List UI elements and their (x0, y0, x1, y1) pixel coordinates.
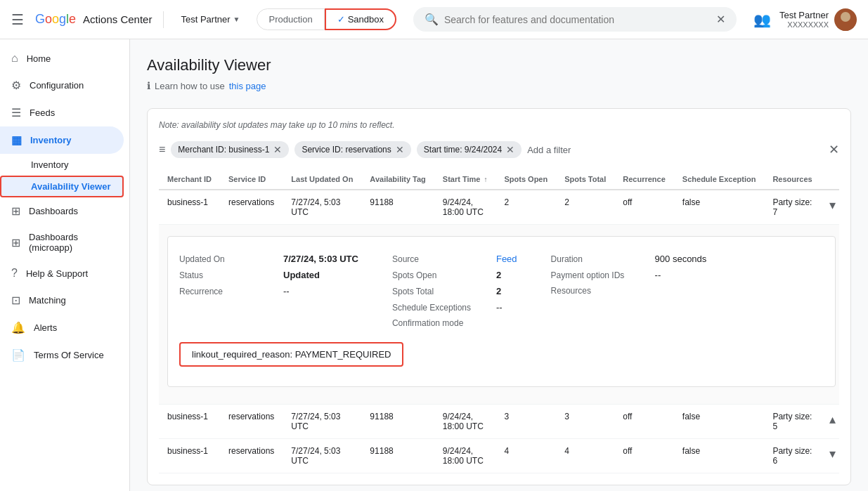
sidebar-item-inventory-sub[interactable]: Inventory (0, 154, 124, 176)
cell-availability-tag: 91188 (361, 405, 434, 439)
cell-start-time: 9/24/24, 18:00 UTC (434, 190, 496, 225)
col-header-merchant-id: Merchant ID (159, 169, 220, 190)
cell-merchant-id: business-1 (159, 190, 220, 225)
cell-spots-total: 4 (556, 439, 614, 473)
source-value[interactable]: Feed (496, 254, 517, 264)
environment-buttons: Production ✓ Sandbox (257, 8, 396, 30)
sidebar-label-availability-viewer: Availability Viewer (31, 181, 110, 192)
cell-schedule-exception: false (674, 405, 765, 439)
filter-chip-service: Service ID: reservations ✕ (294, 141, 410, 158)
sort-arrow-icon: ↑ (484, 176, 487, 183)
sandbox-label: Sandbox (348, 14, 384, 25)
page-subtitle: ℹ Learn how to use this page (147, 80, 851, 91)
recurrence-value: -- (283, 286, 290, 296)
sidebar-label-help: Help & Support (26, 268, 88, 279)
add-filter-button[interactable]: Add a filter (527, 145, 571, 155)
schedule-exceptions-value: -- (496, 302, 503, 313)
filter-icon[interactable]: ≡ (159, 143, 165, 156)
table-header-row: Merchant ID Service ID Last Updated On A… (159, 169, 839, 190)
app-name: Actions Center (83, 13, 152, 25)
sidebar-label-inventory: Inventory (30, 135, 72, 145)
chevron-down-icon: ▼ (233, 15, 240, 23)
col-header-resources: Resources (764, 169, 820, 190)
alerts-icon: 🔔 (11, 321, 25, 334)
filter-chip-starttime-label: Start time: 9/24/2024 (424, 145, 502, 155)
svg-point-1 (837, 22, 854, 31)
search-icon: 🔍 (425, 13, 439, 26)
cell-resources: Party size: 7 (764, 190, 820, 225)
page-title: Availability Viewer (147, 56, 851, 74)
sidebar-item-feeds[interactable]: ☰ Feeds (0, 99, 124, 126)
detail-duration: Duration 900 seconds (551, 254, 707, 264)
spots-open-label: Spots Open (392, 270, 491, 280)
user-name: Test Partner XXXXXXXX (779, 10, 829, 29)
production-button[interactable]: Production (257, 8, 324, 30)
detail-status: Status Updated (179, 270, 358, 280)
people-icon[interactable]: 👥 (753, 11, 771, 28)
duration-label: Duration (551, 254, 649, 264)
table-row: business-1 reservations 7/27/24, 5:03 UT… (159, 439, 839, 473)
partner-selector[interactable]: Test Partner ▼ (175, 11, 245, 27)
tag-box: linkout_required_reason: PAYMENT_REQUIRE… (179, 342, 403, 367)
expanded-detail-content: Updated On 7/27/24, 5:03 UTC Status Upda… (167, 236, 836, 387)
cell-spots-open: 3 (495, 405, 556, 439)
sidebar-label-configuration: Configuration (30, 80, 84, 91)
filter-chip-merchant-label: Merchant ID: business-1 (178, 145, 269, 155)
cell-schedule-exception: false (674, 190, 765, 225)
sandbox-button[interactable]: ✓ Sandbox (325, 8, 396, 30)
detail-block-left: Updated On 7/27/24, 5:03 UTC Status Upda… (179, 254, 358, 328)
remove-merchant-filter-icon[interactable]: ✕ (273, 144, 282, 155)
main-layout: ⌂ Home ⚙ Configuration ☰ Feeds ▦ Invento… (0, 39, 868, 491)
status-label: Status (179, 270, 278, 280)
sidebar-item-help[interactable]: ? Help & Support (0, 260, 124, 287)
sidebar-label-dashboards-micro: Dashboards (microapp) (29, 232, 112, 253)
cell-spots-open: 2 (495, 190, 556, 225)
sidebar-label-home: Home (27, 53, 51, 64)
sidebar-item-alerts[interactable]: 🔔 Alerts (0, 314, 124, 341)
detail-payment-option-ids: Payment option IDs -- (551, 270, 707, 280)
detail-block-center: Source Feed Spots Open 2 (392, 254, 517, 328)
user-info[interactable]: Test Partner XXXXXXXX (779, 8, 857, 31)
search-input[interactable] (444, 14, 711, 25)
sidebar-item-dashboards-micro[interactable]: ⊞ Dashboards (microapp) (0, 225, 124, 260)
remove-starttime-filter-icon[interactable]: ✕ (506, 144, 514, 155)
col-header-start-time[interactable]: Start Time ↑ (434, 169, 496, 190)
cell-merchant-id: business-1 (159, 439, 220, 473)
detail-confirmation-mode: Confirmation mode (392, 318, 517, 328)
updated-on-label: Updated On (179, 254, 278, 264)
detail-block-right: Duration 900 seconds Payment option IDs … (551, 254, 707, 328)
expand-row-button[interactable]: ▾ (821, 439, 839, 473)
expand-row-button[interactable]: ▴ (821, 405, 839, 439)
detail-schedule-exceptions: Schedule Exceptions -- (392, 302, 517, 313)
expand-row-button[interactable]: ▾ (821, 190, 839, 225)
cell-start-time: 9/24/24, 18:00 UTC (434, 439, 496, 473)
cell-last-updated: 7/27/24, 5:03 UTC (283, 190, 361, 225)
sidebar-item-inventory[interactable]: ▦ Inventory (0, 126, 124, 154)
availability-card: Note: availability slot updates may take… (147, 108, 851, 485)
close-filters-icon[interactable]: ✕ (829, 142, 839, 157)
clear-search-icon[interactable]: ✕ (716, 13, 725, 26)
updated-on-value: 7/27/24, 5:03 UTC (283, 254, 358, 264)
detail-resources: Resources (551, 286, 707, 296)
col-header-last-updated: Last Updated On (283, 169, 361, 190)
recurrence-label: Recurrence (179, 287, 278, 296)
remove-service-filter-icon[interactable]: ✕ (396, 144, 404, 155)
sidebar-label-alerts: Alerts (34, 322, 57, 333)
sidebar-item-matching[interactable]: ⊡ Matching (0, 287, 124, 314)
cell-last-updated: 7/27/24, 5:03 UTC (283, 439, 361, 473)
sidebar-item-home[interactable]: ⌂ Home (0, 45, 124, 72)
col-header-expand (821, 169, 839, 190)
menu-icon[interactable]: ☰ (11, 11, 24, 28)
sidebar-item-availability-viewer[interactable]: Availability Viewer (0, 176, 124, 197)
cell-merchant-id: business-1 (159, 405, 220, 439)
app-logo: Google Actions Center (35, 12, 152, 27)
sidebar-label-feeds: Feeds (30, 107, 55, 118)
sidebar-item-dashboards[interactable]: ⊞ Dashboards (0, 197, 124, 225)
expanded-detail-cell: Updated On 7/27/24, 5:03 UTC Status Upda… (159, 225, 839, 405)
subtitle-link[interactable]: this page (229, 81, 266, 91)
expanded-detail-row: Updated On 7/27/24, 5:03 UTC Status Upda… (159, 225, 839, 405)
top-nav-right: 👥 Test Partner XXXXXXXX (753, 8, 857, 31)
payment-option-ids-label: Payment option IDs (551, 270, 649, 280)
sidebar-item-configuration[interactable]: ⚙ Configuration (0, 72, 124, 99)
sidebar-item-tos[interactable]: 📄 Terms Of Service (0, 341, 124, 369)
